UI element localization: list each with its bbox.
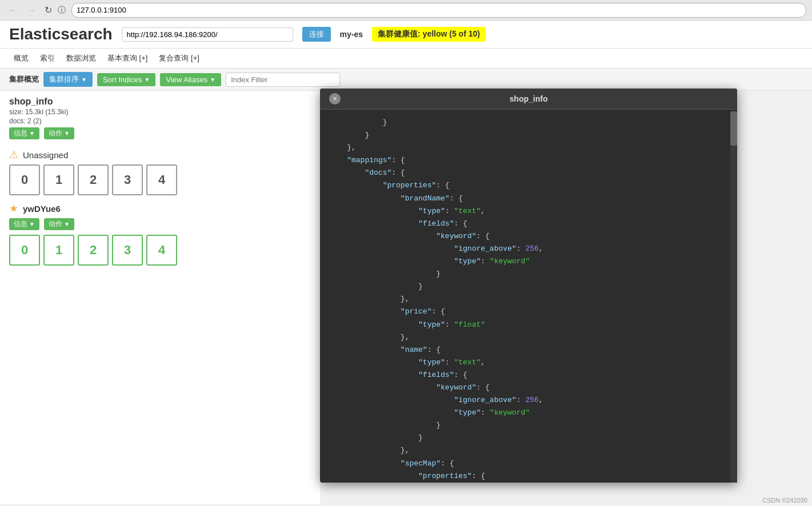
star-icon: ★ xyxy=(9,202,18,215)
info-button[interactable]: ⓘ xyxy=(58,5,66,15)
health-badge: 集群健康值: yellow (5 of 10) xyxy=(372,27,486,42)
back-button[interactable]: ← xyxy=(6,4,19,17)
shop-info-modal: × shop_info } } }, "mappings": { "docs":… xyxy=(320,89,737,483)
cluster-name: my-es xyxy=(340,30,363,39)
ywdyue6-info-button[interactable]: 信息 ▼ xyxy=(9,218,39,230)
shop-info-size: size: 15.3ki (15.3ki) xyxy=(9,108,311,116)
nav-tabs: 概览 索引 数据浏览 基本查询 [+] 复合查询 [+] xyxy=(0,49,812,69)
unassigned-shard-grid: 0 1 2 3 4 xyxy=(9,164,311,195)
sort-indices-label: Sort Indices xyxy=(103,75,142,84)
unassigned-section: ⚠ Unassigned 0 1 2 3 4 xyxy=(9,148,311,195)
view-aliases-button[interactable]: View Aliases ▼ xyxy=(160,73,221,86)
connect-button[interactable]: 连接 xyxy=(302,27,331,42)
chevron-down-icon: ▼ xyxy=(29,130,35,136)
reload-button[interactable]: ↻ xyxy=(45,5,52,15)
shop-info-action-button[interactable]: 动作 ▼ xyxy=(44,127,74,139)
shop-info-actions: 信息 ▼ 动作 ▼ xyxy=(9,127,311,139)
cluster-sort-button[interactable]: 集群排序 ▼ xyxy=(43,72,93,87)
modal-body[interactable]: } } }, "mappings": { "docs": { "properti… xyxy=(320,110,737,483)
shard-box-2: 2 xyxy=(78,235,109,266)
unassigned-text: Unassigned xyxy=(23,150,68,160)
warning-icon: ⚠ xyxy=(9,148,18,161)
shard-box-0: 0 xyxy=(9,235,40,266)
modal-close-button[interactable]: × xyxy=(329,93,341,105)
browser-chrome: ← → ↻ ⓘ xyxy=(0,0,812,21)
cluster-overview-label: 集群概览 xyxy=(9,74,39,85)
shard-box-0: 0 xyxy=(9,164,40,195)
chevron-down-icon: ▼ xyxy=(64,130,70,136)
shard-box-3: 3 xyxy=(112,164,143,195)
info-label: 信息 xyxy=(14,128,27,138)
shard-box-4: 4 xyxy=(146,235,177,266)
chevron-down-icon: ▼ xyxy=(145,77,150,83)
shard-box-1: 1 xyxy=(43,164,74,195)
tab-basic-query[interactable]: 基本查询 [+] xyxy=(103,51,152,66)
connect-url-input[interactable] xyxy=(122,27,293,42)
view-aliases-label: View Aliases xyxy=(166,75,207,84)
shard-box-1: 1 xyxy=(43,235,74,266)
chevron-down-icon: ▼ xyxy=(210,77,215,83)
ywdyue6-section: ★ ywDYue6 信息 ▼ 动作 ▼ 0 1 2 3 4 xyxy=(9,202,311,266)
action-label: 动作 xyxy=(49,128,62,138)
shop-info-entry: shop_info size: 15.3ki (15.3ki) docs: 2 … xyxy=(9,97,311,139)
tab-data-browse[interactable]: 数据浏览 xyxy=(62,51,101,66)
info-label: 信息 xyxy=(14,219,27,229)
modal-header: × shop_info xyxy=(320,89,737,110)
scroll-thumb[interactable] xyxy=(730,111,737,146)
chevron-down-icon: ▼ xyxy=(64,221,70,227)
toolbar: 集群概览 集群排序 ▼ Sort Indices ▼ View Aliases … xyxy=(0,69,812,91)
ywdyue6-action-button[interactable]: 动作 ▼ xyxy=(44,218,74,230)
cluster-sort-label: 集群排序 xyxy=(49,74,79,85)
shop-info-name: shop_info xyxy=(9,97,311,107)
shard-box-2: 2 xyxy=(78,164,109,195)
ywdyue6-shard-grid: 0 1 2 3 4 xyxy=(9,235,311,266)
watermark: CSDN ©242030 xyxy=(762,497,807,504)
shop-info-info-button[interactable]: 信息 ▼ xyxy=(9,127,39,139)
chevron-down-icon: ▼ xyxy=(81,77,87,83)
url-bar[interactable] xyxy=(71,3,806,18)
tab-indices[interactable]: 索引 xyxy=(35,51,59,66)
shard-box-3: 3 xyxy=(112,235,143,266)
modal-scrollbar[interactable] xyxy=(730,111,737,483)
unassigned-label-row: ⚠ Unassigned xyxy=(9,148,311,161)
shop-info-docs: docs: 2 (2) xyxy=(9,117,311,125)
left-panel: shop_info size: 15.3ki (15.3ki) docs: 2 … xyxy=(0,91,320,504)
ywdyue6-label-row: ★ ywDYue6 xyxy=(9,202,311,215)
chevron-down-icon: ▼ xyxy=(29,221,35,227)
shard-box-4: 4 xyxy=(146,164,177,195)
index-filter-input[interactable] xyxy=(226,73,340,87)
app-title: Elasticsearch xyxy=(9,25,113,43)
ywdyue6-actions: 信息 ▼ 动作 ▼ xyxy=(9,218,311,230)
tab-overview[interactable]: 概览 xyxy=(9,51,33,66)
sort-indices-button[interactable]: Sort Indices ▼ xyxy=(97,73,156,86)
modal-title: shop_info xyxy=(510,94,548,103)
tab-complex-query[interactable]: 复合查询 [+] xyxy=(154,51,203,66)
ywdyue6-name: ywDYue6 xyxy=(23,204,61,214)
app-header: Elasticsearch 连接 my-es 集群健康值: yellow (5 … xyxy=(0,21,812,49)
action-label: 动作 xyxy=(49,219,62,229)
forward-button[interactable]: → xyxy=(25,4,39,17)
